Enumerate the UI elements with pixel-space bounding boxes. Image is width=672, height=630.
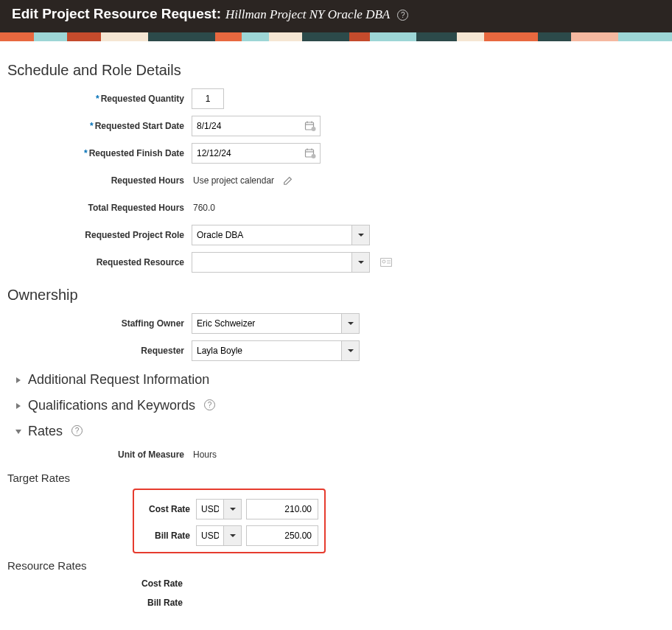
label-cost-rate: Cost Rate (140, 504, 196, 514)
chevron-down-icon[interactable] (341, 341, 359, 360)
staffing-owner-input[interactable] (192, 314, 341, 333)
label-uom: Unit of Measure (7, 449, 192, 460)
subhead-resource-rates: Resource Rates (7, 559, 665, 572)
label-requested-hours: Requested Hours (7, 175, 192, 186)
page-header: Edit Project Resource Request: Hillman P… (0, 0, 672, 32)
caret-down-icon (15, 428, 22, 435)
decorative-banner (0, 32, 672, 41)
chevron-down-icon[interactable] (351, 225, 369, 245)
label-requested-start: Requested Start Date (95, 121, 184, 131)
label-resource-cost-rate: Cost Rate (7, 578, 190, 589)
section-rates-title: Rates (28, 424, 63, 439)
chevron-down-icon[interactable] (223, 526, 241, 545)
bill-currency-combo[interactable] (196, 525, 242, 546)
uom-value: Hours (192, 449, 217, 460)
svg-point-4 (312, 127, 316, 131)
total-requested-hours-value: 760.0 (192, 203, 215, 213)
section-qualifications-title: Qualifications and Keywords (28, 398, 195, 413)
target-rates-highlight: Cost Rate Bill Rate (133, 489, 326, 553)
requester-input[interactable] (192, 341, 341, 360)
chevron-down-icon[interactable] (351, 253, 369, 272)
requested-hours-value: Use project calendar (192, 175, 274, 186)
section-rates-toggle[interactable]: Rates ? (15, 424, 665, 439)
cost-amount-input[interactable] (246, 499, 318, 519)
label-staffing-owner: Staffing Owner (7, 318, 192, 329)
requested-resource-combo[interactable] (192, 252, 370, 273)
chevron-down-icon[interactable] (341, 314, 359, 333)
requested-role-input[interactable] (192, 225, 351, 245)
section-additional-title: Additional Request Information (28, 372, 209, 388)
requested-resource-input[interactable] (192, 253, 351, 272)
bill-currency-input[interactable] (197, 526, 223, 545)
subhead-target-rates: Target Rates (7, 472, 665, 484)
help-icon[interactable]: ? (204, 399, 215, 410)
bill-amount-input[interactable] (246, 525, 318, 546)
caret-right-icon (15, 402, 22, 410)
edit-icon[interactable] (283, 175, 293, 186)
caret-right-icon (15, 377, 22, 384)
section-ownership-title: Ownership (7, 287, 665, 304)
label-resource-bill-rate: Bill Rate (7, 598, 190, 608)
resource-card-icon[interactable] (380, 257, 392, 267)
requester-combo[interactable] (192, 340, 360, 361)
svg-point-11 (382, 260, 385, 263)
label-requested-role: Requested Project Role (7, 230, 192, 240)
label-requester: Requester (7, 346, 192, 356)
chevron-down-icon[interactable] (223, 500, 241, 519)
requested-start-input[interactable] (192, 116, 321, 136)
calendar-icon[interactable] (304, 147, 316, 159)
section-qualifications-toggle[interactable]: Qualifications and Keywords ? (15, 398, 665, 413)
cost-currency-input[interactable] (197, 500, 223, 519)
svg-point-9 (312, 154, 316, 158)
label-requested-quantity: Requested Quantity (101, 94, 184, 104)
page-title-prefix: Edit Project Resource Request: (12, 6, 221, 22)
requested-role-combo[interactable] (192, 225, 370, 245)
page-title-project: Hillman Project NY Oracle DBA (225, 7, 390, 22)
section-additional-toggle[interactable]: Additional Request Information (15, 372, 665, 388)
label-requested-resource: Requested Resource (7, 257, 192, 267)
requested-quantity-input[interactable] (192, 88, 224, 109)
section-schedule-title: Schedule and Role Details (7, 62, 665, 79)
help-icon[interactable]: ? (71, 425, 83, 436)
help-icon[interactable]: ? (397, 10, 408, 21)
staffing-owner-combo[interactable] (192, 313, 360, 334)
calendar-icon[interactable] (304, 120, 316, 132)
label-bill-rate: Bill Rate (140, 531, 196, 541)
label-requested-finish: Requested Finish Date (89, 148, 184, 158)
requested-finish-input[interactable] (192, 143, 321, 164)
label-total-requested-hours: Total Requested Hours (7, 203, 192, 213)
cost-currency-combo[interactable] (196, 499, 242, 519)
